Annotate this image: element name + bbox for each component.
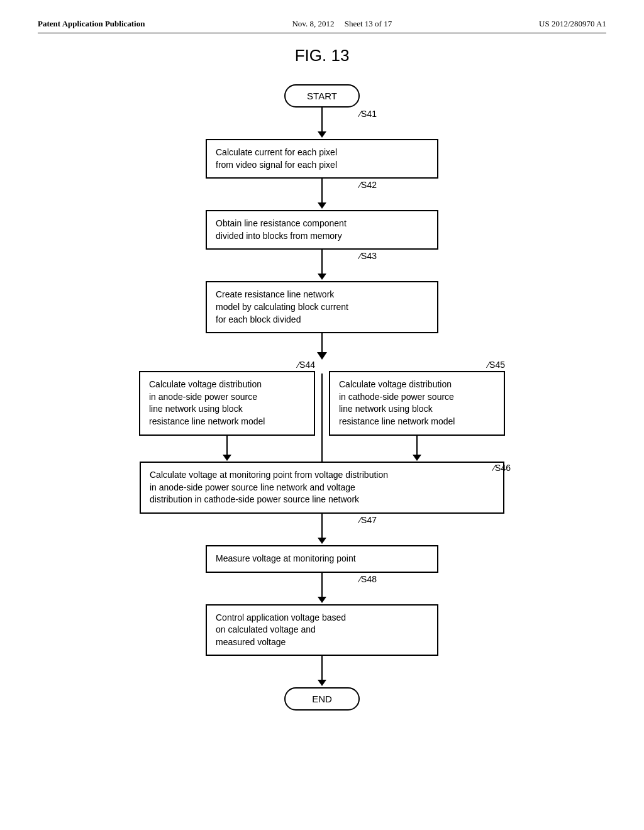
s41-row: Calculate current for each pixelfrom vid… <box>206 139 438 179</box>
arrow-head <box>318 131 326 138</box>
split-vline <box>321 333 323 352</box>
header-date-sheet: Nov. 8, 2012 Sheet 13 of 17 <box>292 19 392 29</box>
start-node: START <box>284 84 360 108</box>
page-header: Patent Application Publication Nov. 8, 2… <box>38 19 606 33</box>
arrow-s48-end <box>318 656 326 687</box>
s47-label: ∕S47 <box>360 515 377 525</box>
arrow-line <box>321 108 323 131</box>
arrow-head <box>318 274 326 280</box>
arrow-head <box>318 597 326 603</box>
s42-label: ∕S42 <box>360 180 377 190</box>
header-date: Nov. 8, 2012 <box>292 19 334 28</box>
s45-col: ∕S45 Calculate voltage distributionin ca… <box>329 360 505 460</box>
s42-row: Obtain line resistance componentdivided … <box>206 210 438 250</box>
page: Patent Application Publication Nov. 8, 2… <box>0 0 644 830</box>
arrow-line <box>321 514 323 538</box>
arrow-head <box>318 538 326 544</box>
s46-label: ∕S46 <box>494 463 511 473</box>
s42-box: Obtain line resistance componentdivided … <box>206 210 438 250</box>
arrow-line <box>321 656 323 680</box>
arrow-s47-s48: ∕S48 <box>318 573 326 604</box>
s44-down-line <box>226 436 228 455</box>
flow-wrapper: START ∕S41 Calculate current for each pi… <box>102 84 542 711</box>
start-node-row: START <box>284 84 360 108</box>
arrow-line <box>321 250 323 274</box>
figure-title: FIG. 13 <box>38 46 606 65</box>
s48-label: ∕S48 <box>360 574 377 584</box>
s47-row: Measure voltage at monitoring point <box>206 545 438 573</box>
split-separator <box>321 374 323 462</box>
arrow-s46-s47: ∕S47 <box>318 514 326 545</box>
arrow-s41-s42: ∕S42 <box>318 179 326 210</box>
arrow-head <box>318 680 326 686</box>
s41-box: Calculate current for each pixelfrom vid… <box>206 139 438 179</box>
header-publication-label: Patent Application Publication <box>38 19 145 29</box>
s47-box: Measure voltage at monitoring point <box>206 545 438 573</box>
arrow-line <box>321 179 323 202</box>
arrow-head <box>318 202 326 209</box>
s44-label: ∕S44 <box>298 360 315 370</box>
flowchart: START ∕S41 Calculate current for each pi… <box>102 84 542 711</box>
s48-box: Control application voltage basedon calc… <box>206 604 438 656</box>
s45-label: ∕S45 <box>488 360 505 370</box>
s48-row: Control application voltage basedon calc… <box>206 604 438 656</box>
arrow-start-s41: ∕S41 <box>318 108 326 139</box>
split-arrow-head <box>317 352 327 360</box>
s46-box: Calculate voltage at monitoring point fr… <box>140 462 504 514</box>
arrow-line <box>321 573 323 597</box>
end-node-row: END <box>284 687 360 711</box>
s41-label: ∕S41 <box>360 109 377 119</box>
header-patent-number: US 2012/280970 A1 <box>539 19 606 29</box>
s46-section: ∕S46 Calculate voltage at monitoring poi… <box>140 462 504 514</box>
header-sheet: Sheet 13 of 17 <box>345 19 392 28</box>
s43-row: Create resistance line networkmodel by c… <box>206 281 438 333</box>
split-section: ∕S44 Calculate voltage distributionin an… <box>133 333 511 462</box>
split-cols: ∕S44 Calculate voltage distributionin an… <box>139 360 505 462</box>
end-node: END <box>284 687 360 711</box>
s44-col: ∕S44 Calculate voltage distributionin an… <box>139 360 315 460</box>
s43-label: ∕S43 <box>360 251 377 261</box>
s44-arrow-head <box>223 455 231 461</box>
s44-box: Calculate voltage distributionin anode-s… <box>139 371 315 435</box>
s45-arrow-head <box>413 455 421 461</box>
s43-box: Create resistance line networkmodel by c… <box>206 281 438 333</box>
s45-down-line <box>416 436 418 455</box>
s45-box: Calculate voltage distributionin cathode… <box>329 371 505 435</box>
arrow-s42-s43: ∕S43 <box>318 250 326 281</box>
